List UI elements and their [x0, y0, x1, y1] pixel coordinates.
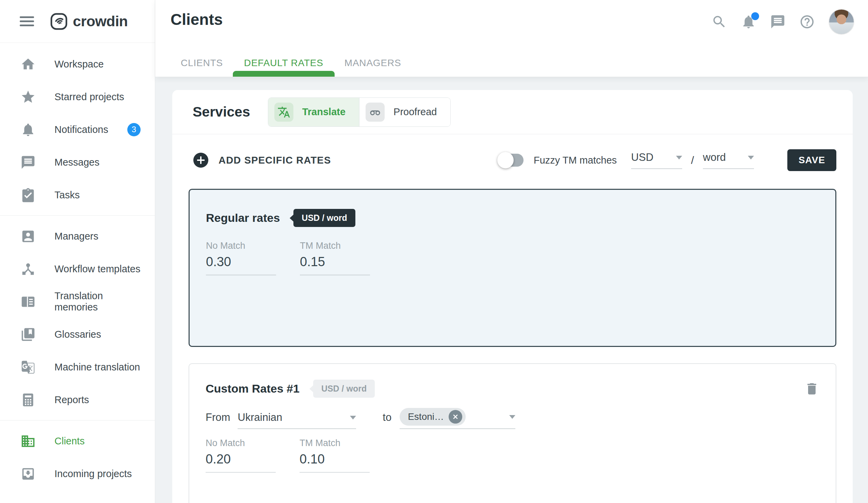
chevron-down-icon	[509, 415, 515, 419]
machine-translation-icon	[20, 360, 36, 375]
sidebar-item-starred-projects[interactable]: Starred projects	[0, 80, 155, 113]
sidebar-item-label: Managers	[54, 231, 99, 242]
chevron-down-icon	[676, 156, 682, 160]
unread-dot	[751, 12, 759, 20]
sidebar-item-messages[interactable]: Messages	[0, 146, 155, 179]
tab-default-rates[interactable]: DEFAULT RATES	[244, 49, 323, 77]
glossaries-icon	[20, 327, 36, 342]
chevron-down-icon	[350, 416, 356, 420]
translation-memory-icon	[20, 294, 36, 310]
tab-managers[interactable]: MANAGERS	[344, 49, 401, 77]
sidebar-item-translation-memories[interactable]: Translation memories	[0, 285, 155, 318]
sidebar-item-label: Workspace	[54, 59, 104, 70]
tab-clients[interactable]: CLIENTS	[181, 49, 223, 77]
main-area: Clients CLIENTS DEFAULT RATES MANAGERS	[155, 0, 868, 503]
unit-select[interactable]: word	[703, 151, 754, 169]
tm-match-input[interactable]	[300, 251, 370, 275]
add-specific-rates-button[interactable]: ADD SPECIFIC RATES	[193, 152, 331, 168]
sidebar-item-reports[interactable]: Reports	[0, 383, 155, 416]
notifications-count-badge: 3	[127, 123, 141, 136]
custom-rates-fields: No Match TM Match	[206, 438, 819, 473]
content-area: Services Translate	[155, 77, 868, 503]
close-icon	[452, 413, 459, 420]
search-button[interactable]	[711, 14, 727, 30]
sidebar-item-tasks[interactable]: Tasks	[0, 179, 155, 211]
sidebar-item-workspace[interactable]: Workspace	[0, 48, 155, 80]
sidebar-item-label: Starred projects	[54, 91, 124, 103]
help-icon	[799, 14, 815, 30]
service-option-label: Translate	[302, 106, 345, 118]
top-actions	[711, 9, 854, 35]
tm-match-field: TM Match	[300, 438, 370, 473]
sidebar-divider	[0, 420, 155, 421]
hamburger-menu-button[interactable]	[20, 14, 34, 29]
currency-unit-badge: USD / word	[293, 209, 355, 227]
currency-select[interactable]: USD	[631, 151, 682, 169]
sidebar-item-clients[interactable]: Clients	[0, 425, 155, 457]
tm-match-field: TM Match	[300, 241, 370, 275]
glasses-icon	[365, 103, 385, 122]
sidebar-header: crowdin	[0, 0, 155, 43]
sidebar-item-label: Translation memories	[54, 290, 141, 313]
field-label: TM Match	[300, 241, 370, 251]
sidebar-item-managers[interactable]: Managers	[0, 220, 155, 252]
trash-icon	[804, 381, 819, 396]
regular-rates-title: Regular rates	[206, 211, 280, 224]
save-button[interactable]: SAVE	[787, 149, 836, 171]
bell-icon	[20, 122, 36, 137]
message-icon	[20, 155, 36, 170]
crowdin-logo-icon	[50, 12, 68, 31]
sidebar-item-glossaries[interactable]: Glossaries	[0, 318, 155, 351]
custom-rates-title: Custom Rates #1	[206, 382, 300, 395]
crowdin-logo[interactable]: crowdin	[50, 12, 128, 31]
unit-value: word	[703, 151, 726, 163]
services-row: Services Translate	[172, 90, 853, 134]
sidebar-item-label: Incoming projects	[54, 468, 132, 480]
notifications-button[interactable]	[741, 14, 756, 30]
sidebar-item-label: Reports	[54, 394, 89, 405]
target-language-value: Estoni…	[408, 411, 444, 422]
sidebar-item-label: Workflow templates	[54, 263, 141, 275]
sidebar: crowdin Workspace Starred projects Notif…	[0, 0, 155, 503]
remove-language-button[interactable]	[448, 410, 462, 424]
unit-separator: /	[691, 154, 694, 167]
workflow-icon	[20, 261, 36, 277]
from-label: From	[206, 411, 230, 429]
language-pair-row: From Ukrainian to Estoni…	[206, 408, 819, 429]
field-label: No Match	[206, 438, 276, 449]
sidebar-item-label: Glossaries	[54, 329, 101, 340]
top-bar: Clients CLIENTS DEFAULT RATES MANAGERS	[155, 0, 868, 77]
tm-match-input[interactable]	[300, 449, 370, 473]
toggle-knob	[497, 152, 514, 168]
building-icon	[20, 433, 36, 449]
sidebar-item-incoming-projects[interactable]: Incoming projects	[0, 457, 155, 490]
fuzzy-tm-label: Fuzzy TM matches	[534, 155, 617, 166]
search-icon	[711, 14, 727, 30]
no-match-field: No Match	[206, 438, 276, 473]
content-panel: Services Translate	[172, 90, 853, 503]
no-match-input[interactable]	[206, 449, 276, 473]
sidebar-item-workflow-templates[interactable]: Workflow templates	[0, 252, 155, 285]
tab-bar: CLIENTS DEFAULT RATES MANAGERS	[181, 49, 422, 77]
help-button[interactable]	[799, 14, 815, 30]
service-option-proofread[interactable]: Proofread	[359, 98, 450, 127]
messages-button[interactable]	[770, 14, 786, 30]
no-match-input[interactable]	[206, 251, 276, 275]
sidebar-item-label: Clients	[54, 435, 85, 447]
rates-settings: Fuzzy TM matches USD / word SAVE	[500, 149, 836, 171]
services-title: Services	[193, 104, 250, 120]
service-option-label: Proofread	[393, 106, 437, 118]
user-avatar[interactable]	[828, 9, 854, 35]
sidebar-item-machine-translation[interactable]: Machine translation	[0, 351, 155, 383]
target-language-chip: Estoni…	[400, 408, 466, 426]
target-language-select[interactable]: Estoni…	[400, 408, 515, 429]
delete-custom-rates-button[interactable]	[804, 381, 819, 396]
service-option-translate[interactable]: Translate	[268, 98, 359, 127]
crowdin-wordmark: crowdin	[73, 13, 128, 30]
source-language-select[interactable]: Ukrainian	[238, 411, 356, 429]
sidebar-item-notifications[interactable]: Notifications 3	[0, 113, 155, 146]
field-label: No Match	[206, 241, 276, 251]
fuzzy-tm-toggle[interactable]	[500, 154, 524, 167]
star-icon	[20, 89, 36, 104]
rates-toolbar: ADD SPECIFIC RATES Fuzzy TM matches USD …	[172, 134, 853, 171]
